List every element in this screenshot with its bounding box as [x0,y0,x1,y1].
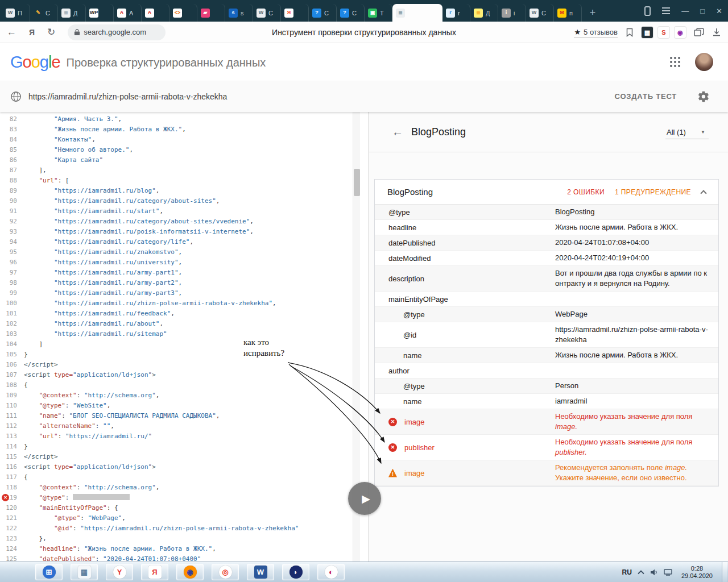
code-line: 111 "name": "БЛОГ SEO-СПЕЦИАЛИСТА РАДМИЛ… [0,411,368,421]
code-line: 125 "datePublished": "2020-04-24T01:07:0… [0,554,368,562]
browser-tab[interactable]: AА [114,4,142,22]
code-text: </script> [24,452,58,462]
result-row[interactable]: mainEntityOfPage [375,292,718,307]
reviews-label: 5 отзывов [584,28,618,36]
code-text: "url": [ [24,176,69,186]
result-row[interactable]: @typePerson [375,379,718,394]
browser-tab[interactable]: ?С [309,4,337,22]
show-desktop-button[interactable] [722,562,727,582]
yandex-icon: Я [148,566,162,579]
browser-tab[interactable]: rг [442,4,470,22]
browser-tab[interactable]: WС [526,4,554,22]
browser-tab[interactable]: ▰ [197,4,225,22]
result-row[interactable]: nameЖизнь после армии. Работа в ЖКХ. [375,348,718,363]
browser-tab[interactable]: ≣Д [58,4,86,22]
line-number: 116 [0,462,24,472]
back-icon[interactable]: ← [392,126,403,139]
calculator[interactable]: ▦ [71,564,98,580]
tab-title: Т [380,10,384,16]
browser-tab[interactable]: ≣Д [470,4,498,22]
close-icon[interactable]: ✕ [716,7,722,15]
line-number: 96 [0,257,24,268]
bookmark-icon[interactable] [626,28,634,37]
result-row[interactable]: dateModified2020-04-24T02:40:19+04:00 [375,251,718,266]
browser-tab[interactable]: ✎С [30,4,58,22]
result-row[interactable]: @idhttps://iamradmil.ru/zhizn-polse-armi… [375,322,718,348]
network-icon[interactable] [664,569,672,576]
code-line: 113 "url": "https://iamradmil.ru/" [0,431,368,442]
seo-extension-icon[interactable]: S [658,27,669,38]
browser-tab[interactable]: ≣ [392,4,442,22]
line-number: 97 [0,268,24,278]
palette-extension-icon[interactable]: ◉ [675,27,686,38]
result-row[interactable]: author [375,363,718,379]
minimize-icon[interactable]: — [681,7,689,15]
settings-button[interactable] [697,90,710,103]
browser-tab[interactable]: <> [169,4,197,22]
start-button[interactable]: ⊞ [35,564,63,580]
result-row[interactable]: @typeWebPage [375,307,718,322]
language-indicator[interactable]: RU [622,568,632,576]
refresh-button[interactable]: ↻ [47,27,55,37]
yandex-browser[interactable]: Y [106,564,133,580]
scrollbar-thumb[interactable] [354,169,360,196]
cast-to-device-icon[interactable] [644,6,651,16]
result-row[interactable]: !imageРекомендуется заполнять поле image… [375,460,718,486]
result-row[interactable]: datePublished2020-04-24T01:07:08+04:00 [375,235,718,251]
code-editor[interactable]: 82 "Армия. Часть 3.",83 "Жизнь после арм… [0,112,369,562]
result-row[interactable]: @typeBlogPosting [375,205,718,220]
browser-tab[interactable]: iі [498,4,526,22]
code-text: }, [24,534,47,544]
code-line: 82 "Армия. Часть 3.", [0,114,368,124]
test-url-bar: https://iamradmil.ru/zhizn-polse-armii-r… [0,81,728,112]
collapse-icon[interactable] [700,190,706,196]
browser-tab[interactable]: ✉п [554,4,582,22]
result-row[interactable]: headlineЖизнь после армии. Работа в ЖКХ. [375,220,718,235]
line-number: 106 [0,360,24,370]
avatar[interactable] [695,53,713,71]
result-row[interactable]: nameiamradmil [375,394,718,409]
browser-tab[interactable]: WС [253,4,281,22]
field-value: Рекомендуется заполнять поле image. Укаж… [555,460,718,485]
browser[interactable]: ◎ [212,564,239,580]
result-row[interactable]: ✕publisherНеобходимо указать значение дл… [375,435,718,460]
clock[interactable]: 0:28 29.04.2020 [678,565,716,580]
egg-app[interactable]: ◗ [282,564,309,580]
results-filter-dropdown[interactable]: All (1) ▼ [665,128,709,139]
browser-tab[interactable]: A [142,4,169,22]
yandex[interactable]: Я [141,564,168,580]
browser-tab[interactable]: WП [2,4,30,22]
reviews-button[interactable]: ★ 5 отзывов [574,28,618,38]
menu-icon[interactable] [662,7,670,14]
browser-tab[interactable]: ss [225,4,253,22]
browser-tab[interactable]: ?С [337,4,365,22]
new-tab-button[interactable]: + [584,4,601,22]
browser-tab[interactable]: Я [281,4,309,22]
annotation-line1: как это [243,337,284,348]
result-row[interactable]: descriptionВот и прошли два года службы … [375,266,718,292]
address-bar[interactable]: search.google.com [68,24,166,40]
firefox[interactable]: ◉ [176,564,204,580]
chevron-up-icon[interactable] [638,570,644,575]
adblock-extension-icon[interactable]: ▦ [642,27,653,38]
yandex-button[interactable]: Я [29,28,35,36]
code-line: 97 "https://iamradmil.ru/army-part1", [0,268,368,278]
create-test-button[interactable]: СОЗДАТЬ ТЕСТ [615,92,677,101]
paint[interactable]: ◐ [317,564,345,580]
help-favicon: ? [340,9,349,18]
browser-tab[interactable]: WP [86,4,114,22]
tab-groups-icon[interactable] [694,28,704,37]
result-card-header[interactable]: BlogPosting 2 ОШИБКИ 1 ПРЕДУПРЕЖДЕНИЕ [375,180,718,205]
download-icon[interactable] [712,28,721,37]
maximize-icon[interactable]: □ [700,7,705,15]
line-number: 118 [0,483,24,493]
result-row[interactable]: ✕imageНеобходимо указать значение для по… [375,409,718,435]
code-line: 93 "https://iamradmil.ru/poisk-informats… [0,227,368,237]
play-button[interactable]: ▶ [348,482,381,515]
browser-tab[interactable]: ▣Т [365,4,392,22]
word[interactable]: W [247,564,274,580]
back-button[interactable]: ← [7,27,16,37]
volume-icon[interactable] [650,569,658,576]
apps-grid-icon[interactable] [670,57,680,67]
code-text: "https://iamradmil.ru/start", [24,206,163,217]
